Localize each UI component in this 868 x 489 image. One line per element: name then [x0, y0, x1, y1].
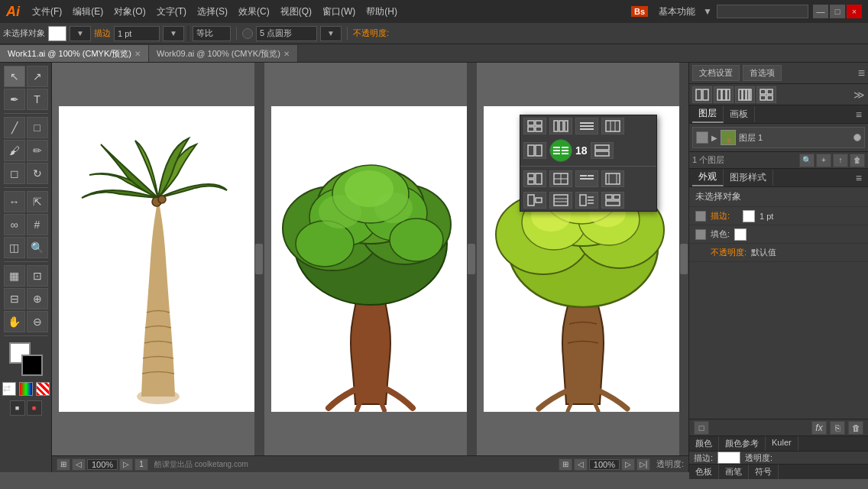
- direct-selection-tool[interactable]: ↗: [27, 66, 48, 87]
- stroke-swatch[interactable]: [743, 210, 755, 222]
- search-input[interactable]: [717, 5, 808, 18]
- background-color[interactable]: [21, 355, 43, 376]
- stroke-visibility[interactable]: [695, 211, 706, 222]
- layer-delete-icon[interactable]: 🗑: [850, 154, 865, 167]
- bpanel-color[interactable]: 颜色: [689, 436, 719, 451]
- layer-row-1[interactable]: ▶ 图层 1: [692, 127, 865, 148]
- vscroll-thumb-2[interactable]: [468, 244, 475, 274]
- bpanel-stroke-swatch[interactable]: [717, 452, 740, 464]
- popup-icon-14[interactable]: [601, 192, 624, 209]
- eraser-tool[interactable]: ◻: [4, 163, 25, 184]
- popup-icon-10[interactable]: [601, 170, 624, 187]
- popup-icon-12[interactable]: [549, 192, 572, 209]
- menu-file[interactable]: 文件(F): [28, 4, 66, 20]
- color-mode-btn[interactable]: ■: [10, 400, 25, 416]
- nav-r-prev[interactable]: ◁: [574, 458, 588, 471]
- popup-icon-1[interactable]: [523, 118, 546, 134]
- appearance-menu-icon[interactable]: ≡: [853, 172, 865, 184]
- popup-icon-13[interactable]: [575, 192, 598, 209]
- popup-icon-5[interactable]: [523, 142, 546, 159]
- selection-tool[interactable]: ↖: [4, 66, 25, 87]
- workspace-dropdown-icon[interactable]: ▼: [703, 6, 712, 17]
- stroke-style-selector[interactable]: ▼: [70, 26, 91, 41]
- artboard-tool[interactable]: ⊡: [27, 265, 48, 287]
- arrange-4[interactable]: [756, 86, 776, 103]
- bpanel-swatches[interactable]: 色板: [689, 465, 719, 479]
- hand-tool[interactable]: ✋: [4, 311, 25, 332]
- stroke-color-swatch[interactable]: [48, 26, 66, 41]
- shape-tool[interactable]: □: [27, 117, 48, 138]
- app-new-btn[interactable]: □: [694, 421, 709, 435]
- zoom-tool[interactable]: ⊕: [27, 288, 48, 309]
- shape-style-tab[interactable]: 图形样式: [724, 170, 773, 186]
- doc-setup-button[interactable]: 文档设置: [692, 65, 740, 81]
- ratio-box[interactable]: 等比: [193, 26, 231, 41]
- nav-prev[interactable]: ◁: [72, 458, 86, 471]
- vscroll-thumb-3[interactable]: [680, 244, 688, 274]
- nav-r-next[interactable]: ▷: [621, 458, 635, 471]
- menu-effect[interactable]: 效果(C): [234, 4, 274, 20]
- nav-next[interactable]: ▷: [119, 458, 133, 471]
- app-del-btn[interactable]: 🗑: [848, 421, 863, 435]
- layers-menu-icon[interactable]: ≡: [853, 108, 865, 121]
- popup-icon-3[interactable]: [575, 118, 598, 134]
- paintbrush-tool[interactable]: 🖌: [4, 140, 25, 161]
- popup-icon-4[interactable]: [601, 118, 624, 134]
- popup-icon-active[interactable]: [549, 139, 572, 162]
- nav-last[interactable]: 1: [134, 458, 148, 471]
- scale-tool[interactable]: ⇱: [27, 191, 48, 212]
- arrange-1[interactable]: [692, 86, 712, 103]
- text-tool[interactable]: T: [27, 89, 48, 110]
- fill-swatch[interactable]: [734, 228, 747, 241]
- layer-add-icon[interactable]: +: [816, 154, 831, 167]
- menu-edit[interactable]: 编辑(E): [68, 4, 108, 20]
- chart-tool[interactable]: ▦: [4, 265, 25, 287]
- popup-icon-6[interactable]: [591, 142, 614, 159]
- gradient-tool[interactable]: ◫: [4, 237, 25, 258]
- layer-search-icon[interactable]: 🔍: [799, 154, 815, 167]
- nav-r-first[interactable]: ⊞: [559, 458, 572, 471]
- preferences-button[interactable]: 首选项: [743, 65, 782, 81]
- bpanel-opacity[interactable]: 透明度:: [745, 452, 772, 464]
- zoom-out-tool[interactable]: ⊖: [27, 311, 48, 332]
- tab-close-work11[interactable]: ✕: [134, 50, 141, 58]
- layer-move-icon[interactable]: ↑: [833, 154, 848, 167]
- popup-icon-2[interactable]: [549, 118, 572, 134]
- vscroll-thumb-1[interactable]: [255, 244, 263, 274]
- nav-r-last[interactable]: ▷|: [636, 458, 650, 471]
- popup-icon-7[interactable]: [523, 170, 546, 187]
- appearance-tab[interactable]: 外观: [692, 169, 724, 186]
- gradient-swatch[interactable]: [19, 382, 33, 396]
- tab-work09[interactable]: Work09.ai @ 100% (CMYK/预览) ✕: [149, 45, 298, 62]
- vscroll-1[interactable]: [254, 63, 264, 455]
- line-tool[interactable]: ╱: [4, 117, 25, 138]
- bpanel-brushes[interactable]: 画笔: [719, 465, 749, 479]
- pencil-tool[interactable]: ✏: [27, 140, 48, 161]
- layers-tab[interactable]: 图层: [692, 105, 724, 123]
- tab-close-work09[interactable]: ✕: [283, 50, 290, 58]
- tab-work11[interactable]: Work11.ai @ 100% (CMYK/预览) ✕: [0, 45, 149, 62]
- menu-window[interactable]: 窗口(W): [318, 4, 360, 20]
- menu-view[interactable]: 视图(Q): [276, 4, 316, 20]
- nav-first[interactable]: ⊞: [57, 458, 70, 471]
- menu-help[interactable]: 帮助(H): [361, 4, 402, 20]
- arrange-options-icon[interactable]: ≫: [853, 89, 865, 101]
- app-copy-btn[interactable]: ⎘: [830, 421, 845, 435]
- eyedropper-tool[interactable]: 🔍: [27, 237, 48, 258]
- menu-object[interactable]: 对象(O): [109, 4, 150, 20]
- stroke-unit-selector[interactable]: ▼: [163, 26, 184, 41]
- arrange-2[interactable]: [714, 86, 734, 103]
- fill-visibility[interactable]: [695, 229, 706, 240]
- panel-options-icon[interactable]: ≡: [858, 66, 865, 80]
- slice-tool[interactable]: ⊟: [4, 288, 25, 309]
- minimize-button[interactable]: —: [813, 5, 828, 18]
- close-button[interactable]: ×: [847, 5, 862, 18]
- bpanel-stroke[interactable]: 描边:: [694, 452, 713, 464]
- menu-text[interactable]: 文字(T): [152, 4, 191, 20]
- vscroll-2[interactable]: [467, 63, 476, 455]
- bpanel-color-ref[interactable]: 颜色参考: [719, 436, 766, 451]
- mirror-tool[interactable]: ↔: [4, 191, 25, 212]
- vscroll-3[interactable]: [679, 63, 688, 455]
- pen-tool[interactable]: ✒: [4, 89, 25, 110]
- popup-icon-9[interactable]: [575, 170, 598, 187]
